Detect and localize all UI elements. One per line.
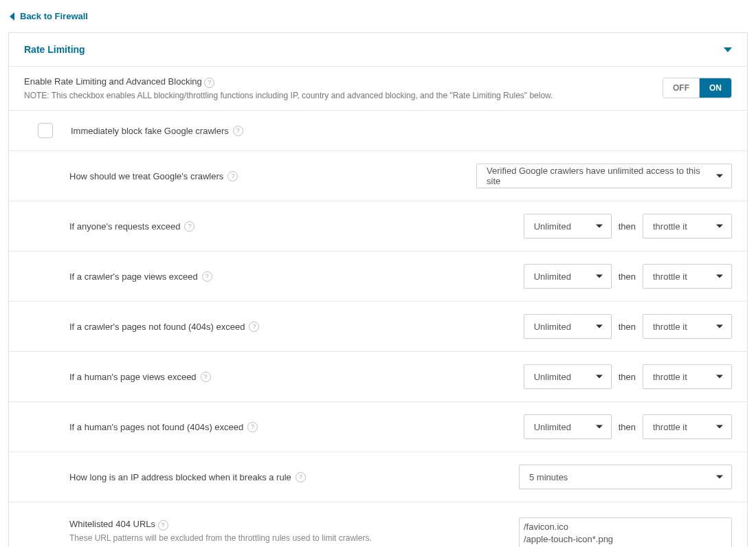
caret-down-icon [596,225,603,228]
whitelist-404-sub: These URL patterns will be excluded from… [69,533,372,543]
crawler-404-threshold-select[interactable]: Unlimited [524,314,612,339]
toggle-off[interactable]: OFF [663,78,700,98]
help-icon[interactable]: ? [296,472,306,482]
panel-header[interactable]: Rate Limiting [9,33,747,67]
help-icon[interactable]: ? [233,126,243,136]
google-treat-value: Verified Google crawlers have unlimited … [487,166,711,186]
toggle-on[interactable]: ON [700,78,731,98]
human-404-row: If a human's pages not found (404s) exce… [9,402,747,452]
caret-down-icon [596,275,603,278]
whitelist-404-textarea[interactable] [519,517,732,547]
crawler-views-row: If a crawler's page views exceed ? Unlim… [9,252,747,302]
anyone-exceed-row: If anyone's requests exceed ? Unlimited … [9,201,747,252]
block-duration-select[interactable]: 5 minutes [519,465,732,489]
crawler-404-threshold-value: Unlimited [534,322,571,332]
then-label: then [619,221,636,232]
human-404-label: If a human's pages not found (404s) exce… [69,422,243,432]
rate-limiting-panel: Rate Limiting Enable Rate Limiting and A… [8,32,748,547]
caret-down-icon [596,325,603,328]
crawler-views-threshold-value: Unlimited [534,271,571,282]
human-views-label: If a human's page views exceed [69,372,197,382]
enable-note: NOTE: This checkbox enables ALL blocking… [24,91,553,100]
google-treat-row: How should we treat Google's crawlers ? … [9,151,747,201]
help-icon[interactable]: ? [202,271,212,282]
human-404-threshold-select[interactable]: Unlimited [524,414,612,439]
human-views-action-select[interactable]: throttle it [643,364,732,389]
fake-google-row: Immediately block fake Google crawlers ? [9,111,747,151]
caret-down-icon [716,325,723,328]
then-label: then [619,322,636,332]
caret-down-icon [716,425,723,429]
anyone-action-select[interactable]: throttle it [643,214,732,238]
anyone-threshold-select[interactable]: Unlimited [524,214,612,238]
anyone-action-value: throttle it [653,221,687,232]
crawler-404-row: If a crawler's pages not found (404s) ex… [9,302,747,352]
help-icon[interactable]: ? [158,520,168,531]
caret-down-icon [716,476,723,479]
human-views-threshold-value: Unlimited [534,372,571,382]
help-icon[interactable]: ? [227,171,238,181]
help-icon[interactable]: ? [249,322,259,332]
chevron-left-icon [10,12,14,21]
block-duration-row: How long is an IP address blocked when i… [9,452,747,502]
then-label: then [619,271,636,282]
human-views-action-value: throttle it [653,372,687,382]
help-icon[interactable]: ? [204,78,214,88]
crawler-views-label: If a crawler's page views exceed [69,271,198,282]
help-icon[interactable]: ? [184,221,194,232]
caret-down-icon [716,225,723,228]
crawler-404-label: If a crawler's pages not found (404s) ex… [69,322,245,332]
human-views-threshold-select[interactable]: Unlimited [524,364,612,389]
caret-down-icon [716,275,723,278]
back-link-label: Back to Firewall [20,11,88,21]
human-404-action-value: throttle it [653,422,687,432]
fake-google-label: Immediately block fake Google crawlers [71,126,229,136]
human-views-row: If a human's page views exceed ? Unlimit… [9,352,747,402]
anyone-exceed-label: If anyone's requests exceed [69,221,180,232]
crawler-views-threshold-select[interactable]: Unlimited [524,264,612,289]
block-duration-value: 5 minutes [529,472,568,482]
crawler-404-action-select[interactable]: throttle it [643,314,732,339]
back-to-firewall-link[interactable]: Back to Firewall [8,8,89,24]
enable-row: Enable Rate Limiting and Advanced Blocki… [9,67,747,111]
then-label: then [619,372,636,382]
google-treat-label: How should we treat Google's crawlers [69,171,223,181]
collapse-caret-icon [724,47,732,52]
then-label: then [619,422,636,432]
human-404-action-select[interactable]: throttle it [643,414,732,439]
crawler-views-action-select[interactable]: throttle it [643,264,732,289]
caret-down-icon [716,375,723,379]
help-icon[interactable]: ? [247,422,258,432]
block-duration-label: How long is an IP address blocked when i… [69,472,291,482]
anyone-threshold-value: Unlimited [534,221,571,232]
enable-toggle[interactable]: OFF ON [663,78,732,98]
crawler-views-action-value: throttle it [653,271,687,282]
enable-label: Enable Rate Limiting and Advanced Blocki… [24,76,202,87]
fake-google-checkbox[interactable] [38,123,53,138]
panel-title: Rate Limiting [24,44,85,55]
crawler-404-action-value: throttle it [653,322,687,332]
caret-down-icon [596,425,603,429]
help-icon[interactable]: ? [201,372,211,382]
caret-down-icon [596,375,603,379]
caret-down-icon [716,175,723,178]
google-treat-select[interactable]: Verified Google crawlers have unlimited … [476,164,732,188]
human-404-threshold-value: Unlimited [534,422,571,432]
whitelist-404-row: Whitelisted 404 URLs ? These URL pattern… [9,502,747,547]
whitelist-404-label: Whitelisted 404 URLs [69,519,155,529]
